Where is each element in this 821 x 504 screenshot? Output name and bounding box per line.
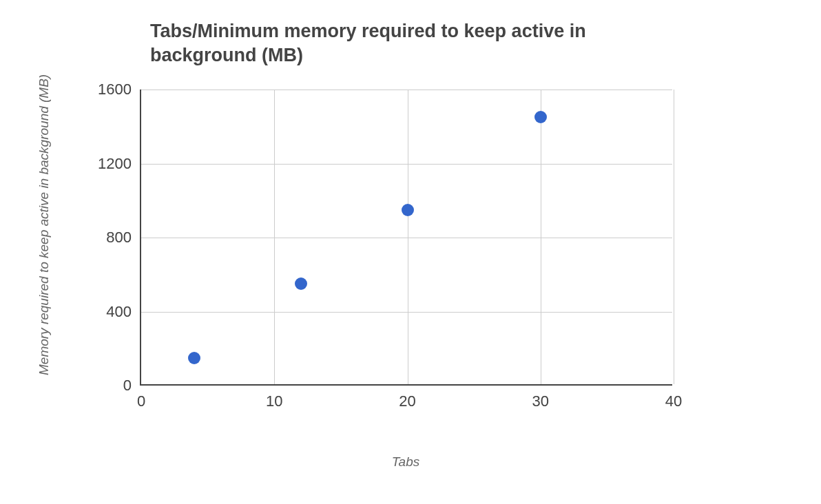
y-tick-label: 1600 [98,81,141,98]
data-point [534,111,547,123]
gridline-horizontal [141,238,672,238]
x-tick-label: 20 [399,384,415,410]
gridline-vertical [674,90,674,384]
gridline-horizontal [141,90,672,90]
gridline-vertical [274,90,275,384]
gridline-horizontal [141,312,672,313]
x-tick-label: 30 [532,384,549,410]
chart-title: Tabs/Minimum memory required to keep act… [150,19,619,67]
y-tick-label: 0 [123,377,141,395]
x-axis-label: Tabs [392,454,420,470]
gridline-horizontal [141,164,672,165]
chart-container: Tabs/Minimum memory required to keep act… [0,0,821,504]
y-tick-label: 800 [106,229,141,246]
x-tick-label: 10 [266,384,282,410]
y-axis-label: Memory required to keep active in backgr… [37,100,52,375]
x-tick-label: 40 [665,384,682,410]
plot-area: 010203040040080012001600 [140,90,672,386]
data-point [402,204,414,216]
gridline-vertical [408,90,408,384]
data-point [295,277,307,290]
data-point [188,352,200,364]
y-tick-label: 400 [106,303,141,321]
gridline-vertical [541,90,541,384]
y-tick-label: 1200 [98,155,141,173]
